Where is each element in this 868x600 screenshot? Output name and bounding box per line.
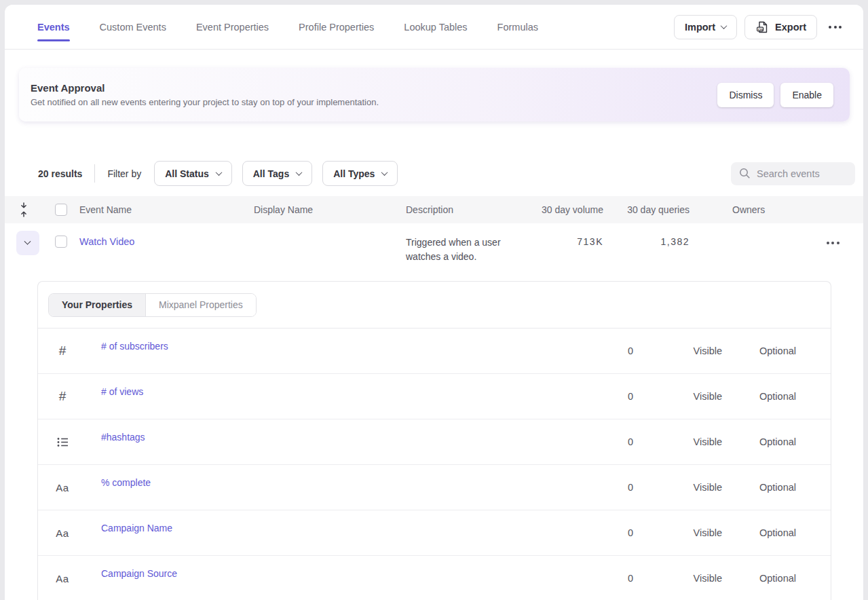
tab-event-properties[interactable]: Event Properties bbox=[196, 5, 269, 49]
property-requirement: Optional bbox=[759, 527, 796, 538]
column-header-display-name: Display Name bbox=[254, 204, 406, 215]
property-name-link[interactable]: Campaign Name bbox=[87, 523, 172, 533]
dot-icon bbox=[839, 26, 842, 29]
dot-icon bbox=[837, 242, 839, 244]
filter-by-label: Filter by bbox=[107, 168, 141, 179]
tab-custom-events[interactable]: Custom Events bbox=[100, 5, 166, 49]
dot-icon bbox=[827, 242, 829, 244]
property-row: # # of views 0 Visible Optional bbox=[38, 374, 831, 419]
filter-dropdown-all-status[interactable]: All Status bbox=[154, 161, 232, 186]
dropdown-label: All Status bbox=[165, 168, 209, 179]
property-value: 0 bbox=[628, 436, 633, 447]
property-requirement: Optional bbox=[759, 345, 796, 356]
panel-tab-mixpanel-properties[interactable]: Mixpanel Properties bbox=[145, 294, 256, 316]
property-requirement: Optional bbox=[759, 482, 796, 493]
property-row: Aa Campaign Name 0 Visible Optional bbox=[38, 510, 831, 556]
top-navigation: EventsCustom EventsEvent PropertiesProfi… bbox=[5, 5, 863, 50]
properties-tab-switcher: Your PropertiesMixpanel Properties bbox=[48, 293, 257, 317]
property-name-link[interactable]: Campaign Source bbox=[87, 568, 177, 579]
collapse-row-button[interactable] bbox=[16, 231, 39, 255]
chevron-down-icon bbox=[296, 169, 303, 176]
property-requirement: Optional bbox=[759, 436, 796, 447]
filter-toolbar: 20 results Filter by All Status All Tags… bbox=[38, 161, 855, 186]
event-approval-banner: Event Approval Get notified on all new e… bbox=[19, 68, 850, 121]
search-input[interactable] bbox=[757, 168, 845, 179]
property-value: 0 bbox=[628, 482, 633, 493]
divider bbox=[94, 164, 95, 183]
property-requirement: Optional bbox=[759, 391, 796, 402]
csv-file-icon: csv bbox=[755, 20, 769, 34]
queries-cell: 1,382 bbox=[660, 236, 690, 247]
property-name-link[interactable]: # of subscribers bbox=[87, 341, 168, 352]
nav-actions: Import csv Export bbox=[674, 15, 846, 39]
chevron-down-icon bbox=[24, 238, 31, 244]
column-header-event-name: Event Name bbox=[79, 204, 254, 215]
nav-tabs: EventsCustom EventsEvent PropertiesProfi… bbox=[37, 5, 538, 49]
column-header-30-day-volume: 30 day volume bbox=[542, 204, 603, 215]
collapse-all-icon[interactable] bbox=[20, 202, 28, 217]
volume-cell: 713K bbox=[577, 236, 603, 247]
event-row: Watch Video Triggered when a user watche… bbox=[5, 223, 863, 281]
svg-text:csv: csv bbox=[758, 27, 763, 31]
dropdown-label: All Tags bbox=[253, 168, 289, 179]
column-header-owners: Owners bbox=[690, 204, 802, 215]
chevron-down-icon bbox=[721, 22, 728, 29]
properties-panel: Your PropertiesMixpanel Properties # # o… bbox=[37, 281, 831, 600]
property-name-link[interactable]: % complete bbox=[87, 477, 151, 488]
property-visibility: Visible bbox=[694, 436, 722, 447]
text-icon: Aa bbox=[56, 573, 69, 584]
filter-dropdown-all-types[interactable]: All Types bbox=[322, 161, 398, 186]
chevron-down-icon bbox=[215, 169, 222, 176]
property-value: 0 bbox=[628, 573, 633, 584]
banner-description: Get notified on all new events entering … bbox=[31, 97, 379, 107]
dropdown-label: All Types bbox=[333, 168, 375, 179]
property-value: 0 bbox=[628, 391, 633, 402]
search-box[interactable] bbox=[731, 162, 855, 185]
property-row: Aa % complete 0 Visible Optional bbox=[38, 465, 831, 510]
dot-icon bbox=[831, 242, 834, 244]
property-visibility: Visible bbox=[694, 482, 722, 493]
table-header: Event NameDisplay NameDescription30 day … bbox=[5, 196, 863, 223]
property-name-link[interactable]: # of views bbox=[87, 386, 143, 397]
more-options-button[interactable] bbox=[825, 20, 846, 34]
banner-title: Event Approval bbox=[31, 82, 379, 94]
property-row: #hashtags 0 Visible Optional bbox=[38, 419, 831, 465]
list-icon bbox=[57, 437, 69, 447]
column-header-30-day-queries: 30 day queries bbox=[627, 204, 690, 215]
property-name-link[interactable]: #hashtags bbox=[87, 432, 145, 443]
properties-list: # # of subscribers 0 Visible Optional # … bbox=[38, 329, 831, 600]
property-visibility: Visible bbox=[694, 345, 722, 356]
property-visibility: Visible bbox=[694, 527, 722, 538]
dot-icon bbox=[834, 26, 837, 29]
property-requirement: Optional bbox=[759, 573, 796, 584]
dot-icon bbox=[829, 26, 831, 29]
dismiss-button[interactable]: Dismiss bbox=[717, 83, 774, 107]
tab-lookup-tables[interactable]: Lookup Tables bbox=[404, 5, 467, 49]
property-value: 0 bbox=[628, 345, 633, 356]
enable-button[interactable]: Enable bbox=[780, 83, 833, 107]
export-button[interactable]: csv Export bbox=[744, 15, 817, 39]
main-card: EventsCustom EventsEvent PropertiesProfi… bbox=[5, 5, 863, 600]
row-checkbox[interactable] bbox=[55, 236, 67, 248]
select-all-checkbox[interactable] bbox=[55, 204, 67, 216]
property-visibility: Visible bbox=[694, 391, 722, 402]
filter-dropdowns: All Status All Tags All Types bbox=[154, 161, 398, 186]
property-row: Aa Campaign Source 0 Visible Optional bbox=[38, 556, 831, 600]
row-more-options-button[interactable] bbox=[823, 236, 844, 250]
tab-profile-properties[interactable]: Profile Properties bbox=[299, 5, 374, 49]
search-icon bbox=[739, 168, 751, 179]
property-visibility: Visible bbox=[694, 573, 722, 584]
chevron-down-icon bbox=[381, 169, 388, 176]
import-button[interactable]: Import bbox=[674, 15, 737, 39]
number-icon: # bbox=[59, 389, 67, 404]
tab-formulas[interactable]: Formulas bbox=[497, 5, 538, 49]
number-icon: # bbox=[59, 343, 67, 358]
column-header-description: Description bbox=[406, 204, 535, 215]
panel-tab-your-properties[interactable]: Your Properties bbox=[49, 294, 145, 316]
text-icon: Aa bbox=[56, 482, 69, 493]
description-cell: Triggered when a user watches a video. bbox=[406, 236, 535, 264]
results-count: 20 results bbox=[38, 168, 82, 179]
filter-dropdown-all-tags[interactable]: All Tags bbox=[242, 161, 312, 186]
event-name-link[interactable]: Watch Video bbox=[79, 236, 134, 247]
tab-events[interactable]: Events bbox=[37, 5, 70, 49]
